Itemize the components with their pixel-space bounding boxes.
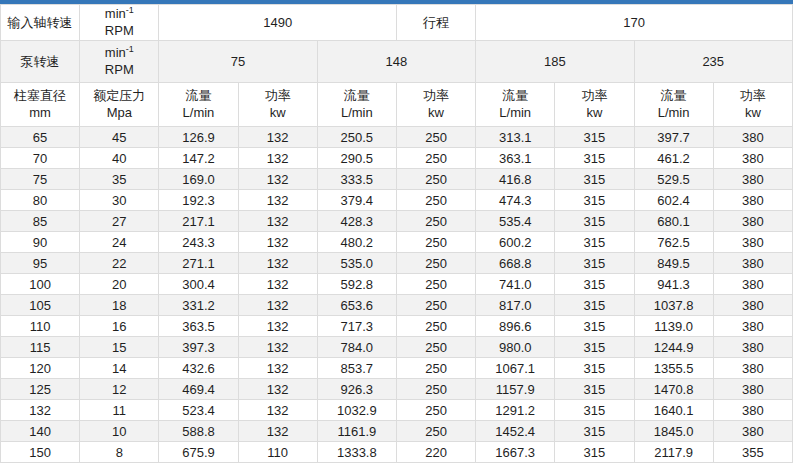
table-cell: 80 [1,190,80,211]
table-row: 9522271.1132535.0250668.8315849.5380 [1,253,793,274]
table-row: 7040147.2132290.5250363.1315461.2380 [1,148,793,169]
table-cell: 18 [80,295,159,316]
table-cell: 250 [396,127,475,148]
table-cell: 24 [80,232,159,253]
pump-speed-value-185: 185 [476,41,634,83]
table-cell: 853.7 [317,358,396,379]
table-cell: 132 [238,127,317,148]
table-cell: 416.8 [476,169,555,190]
table-cell: 125 [1,379,80,400]
col-header-power-4: 功率kw [713,83,792,127]
table-cell: 474.3 [476,190,555,211]
table-row: 8527217.1132428.3250535.4315680.1380 [1,211,793,232]
input-shaft-speed-value: 1490 [159,5,397,41]
pump-speed-value-235: 235 [634,41,793,83]
table-cell: 315 [555,421,634,442]
col-header-flow-2: 流量L/min [317,83,396,127]
table-cell: 30 [80,190,159,211]
table-cell: 105 [1,295,80,316]
table-cell: 333.5 [317,169,396,190]
table-cell: 250 [396,232,475,253]
table-cell: 535.0 [317,253,396,274]
table-cell: 95 [1,253,80,274]
table-cell: 132 [238,400,317,421]
table-cell: 11 [80,400,159,421]
table-cell: 8 [80,442,159,463]
input-shaft-speed-unit: min-1 RPM [80,5,159,41]
table-cell: 40 [80,148,159,169]
table-cell: 147.2 [159,148,238,169]
table-cell: 380 [713,232,792,253]
table-cell: 675.9 [159,442,238,463]
col-header-flow-4: 流量L/min [634,83,713,127]
table-cell: 132 [238,379,317,400]
table-cell: 784.0 [317,337,396,358]
table-row: 11515397.3132784.0250980.03151244.9380 [1,337,793,358]
table-cell: 380 [713,379,792,400]
table-cell: 602.4 [634,190,713,211]
table-cell: 592.8 [317,274,396,295]
col-header-plunger-diameter: 柱塞直径mm [1,83,80,127]
table-cell: 1161.9 [317,421,396,442]
table-cell: 132 [238,358,317,379]
table-cell: 300.4 [159,274,238,295]
table-cell: 150 [1,442,80,463]
table-cell: 397.3 [159,337,238,358]
table-cell: 250 [396,148,475,169]
table-cell: 762.5 [634,232,713,253]
table-cell: 1452.4 [476,421,555,442]
table-cell: 250 [396,211,475,232]
table-cell: 428.3 [317,211,396,232]
table-cell: 363.1 [476,148,555,169]
table-cell: 271.1 [159,253,238,274]
table-cell: 45 [80,127,159,148]
table-cell: 380 [713,148,792,169]
table-cell: 65 [1,127,80,148]
table-cell: 849.5 [634,253,713,274]
table-cell: 315 [555,316,634,337]
table-cell: 220 [396,442,475,463]
table-cell: 1139.0 [634,316,713,337]
table-cell: 380 [713,400,792,421]
table-cell: 250.5 [317,127,396,148]
table-cell: 980.0 [476,337,555,358]
col-header-flow-3: 流量L/min [476,83,555,127]
col-header-power-3: 功率kw [555,83,634,127]
table-cell: 250 [396,400,475,421]
stroke-label: 行程 [396,5,475,41]
stroke-value: 170 [476,5,793,41]
table-cell: 668.8 [476,253,555,274]
table-cell: 380 [713,169,792,190]
table-cell: 132 [238,337,317,358]
table-cell: 132 [1,400,80,421]
table-cell: 1640.1 [634,400,713,421]
table-cell: 126.9 [159,127,238,148]
table-cell: 315 [555,274,634,295]
table-cell: 315 [555,337,634,358]
table-cell: 432.6 [159,358,238,379]
pump-speed-value-148: 148 [317,41,475,83]
table-cell: 75 [1,169,80,190]
table-cell: 250 [396,169,475,190]
table-row: 9024243.3132480.2250600.2315762.5380 [1,232,793,253]
table-cell: 20 [80,274,159,295]
table-row: 12512469.4132926.32501157.93151470.8380 [1,379,793,400]
table-cell: 132 [238,148,317,169]
table-cell: 15 [80,337,159,358]
table-cell: 380 [713,274,792,295]
table-cell: 22 [80,253,159,274]
table-cell: 100 [1,274,80,295]
table-cell: 14 [80,358,159,379]
table-cell: 290.5 [317,148,396,169]
table-cell: 132 [238,211,317,232]
table-cell: 132 [238,253,317,274]
pump-speed-label: 泵转速 [1,41,80,83]
table-cell: 380 [713,190,792,211]
table-cell: 315 [555,358,634,379]
spec-table-body: 6545126.9132250.5250313.1315397.73807040… [1,127,793,463]
table-cell: 250 [396,274,475,295]
table-cell: 250 [396,295,475,316]
table-cell: 90 [1,232,80,253]
table-cell: 132 [238,190,317,211]
table-row: 6545126.9132250.5250313.1315397.7380 [1,127,793,148]
